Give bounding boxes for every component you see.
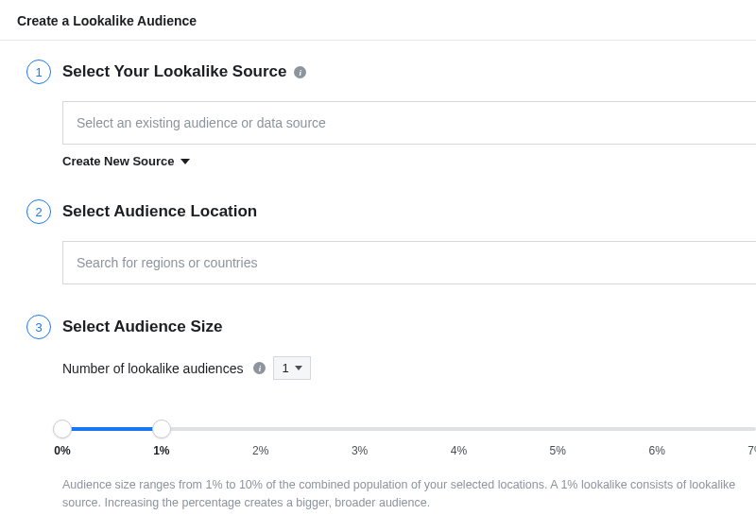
dialog-title: Create a Lookalike Audience: [17, 13, 197, 28]
caret-down-icon: [180, 159, 190, 164]
step-2-badge: 2: [26, 199, 51, 224]
create-new-source-button[interactable]: Create New Source: [62, 154, 190, 168]
size-help-text: Audience size ranges from 1% to 10% of t…: [62, 476, 756, 512]
step-3-title: Select Audience Size: [62, 317, 222, 336]
slider-handle-end[interactable]: [152, 420, 171, 438]
audience-count-select[interactable]: 1: [273, 356, 310, 380]
dialog-header: Create a Lookalike Audience: [0, 0, 756, 41]
audience-count-label: Number of lookalike audiences: [62, 361, 243, 376]
step-source: 1 Select Your Lookalike Source i Select …: [26, 60, 756, 169]
step-2-header: 2 Select Audience Location: [26, 199, 756, 224]
step-1-badge: 1: [26, 60, 51, 84]
info-icon[interactable]: i: [294, 66, 306, 78]
step-2-title: Select Audience Location: [62, 202, 257, 221]
size-slider: 0%1%2%3%4%5%6%7% Audience size ranges fr…: [62, 427, 756, 512]
create-new-source-label: Create New Source: [62, 154, 175, 168]
caret-down-icon: [295, 366, 302, 370]
step-3-badge: 3: [26, 315, 51, 339]
step-3-header: 3 Select Audience Size: [26, 315, 756, 339]
step-location: 2 Select Audience Location Search for re…: [26, 199, 756, 284]
slider-ticks: 0%1%2%3%4%5%6%7%: [62, 444, 756, 459]
source-select-input[interactable]: Select an existing audience or data sour…: [62, 101, 756, 145]
slider-fill: [62, 427, 162, 431]
step-size: 3 Select Audience Size Number of lookali…: [26, 315, 756, 512]
audience-count-row: Number of lookalike audiences i 1: [62, 356, 756, 380]
info-icon[interactable]: i: [253, 362, 266, 374]
audience-count-value: 1: [282, 361, 288, 375]
location-search-input[interactable]: Search for regions or countries: [62, 241, 756, 284]
step-1-title: Select Your Lookalike Source i: [62, 62, 306, 81]
slider-track[interactable]: [62, 427, 756, 431]
slider-handle-start[interactable]: [53, 420, 72, 438]
step-1-header: 1 Select Your Lookalike Source i: [26, 60, 756, 84]
dialog-content: 1 Select Your Lookalike Source i Select …: [0, 41, 756, 512]
